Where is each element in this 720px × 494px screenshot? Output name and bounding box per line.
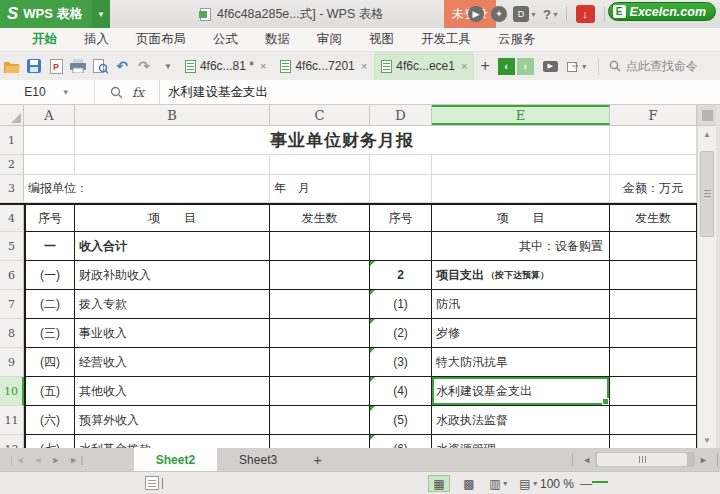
report-title-cell[interactable]: 事业单位财务月报 (75, 126, 610, 155)
column-header-C[interactable]: C (270, 105, 370, 125)
first-sheet-icon[interactable]: ❘◄ (8, 455, 24, 465)
open-file-icon[interactable] (2, 55, 22, 77)
cell-E5[interactable]: 其中：设备购置 (432, 232, 610, 261)
presentation-icon[interactable]: ▶ (543, 61, 558, 72)
horizontal-scrollbar-track[interactable] (595, 452, 695, 467)
cell-F6[interactable] (610, 261, 697, 290)
column-header-E[interactable]: E (432, 105, 610, 125)
menu-item-视图[interactable]: 视图 (369, 31, 394, 48)
menu-item-页面布局[interactable]: 页面布局 (136, 31, 186, 48)
table-header-cell[interactable]: 项 目 (75, 205, 270, 232)
cell-A5[interactable]: 一 (24, 232, 75, 261)
cell-E9[interactable]: 特大防汛抗旱 (432, 348, 610, 377)
download-icon[interactable]: ↓ (572, 0, 598, 28)
column-header-F[interactable]: F (610, 105, 697, 125)
skin-icon[interactable]: ▶ (466, 0, 486, 28)
cell-E12[interactable]: 水资源管理 (432, 435, 610, 448)
horizontal-scrollbar-thumb[interactable] (597, 453, 687, 466)
next-sheet-icon[interactable]: ► (51, 455, 60, 465)
formula-input[interactable]: 水利建设基金支出 (160, 80, 720, 104)
add-sheet-button[interactable]: + (299, 451, 336, 468)
cell-D5[interactable] (370, 232, 432, 261)
last-sheet-icon[interactable]: ►❘ (69, 455, 85, 465)
close-tab-icon[interactable]: × (361, 60, 367, 72)
cell-A6[interactable]: (一) (24, 261, 75, 290)
document-tab[interactable]: 4f6c...ece1× (374, 52, 474, 80)
cell-A1[interactable] (24, 126, 75, 155)
wps-logo[interactable]: S WPS 表格 (0, 0, 92, 28)
row-header-12[interactable]: 12 (0, 435, 24, 448)
cell-D2[interactable] (370, 155, 432, 175)
menu-item-开发工具[interactable]: 开发工具 (421, 31, 471, 48)
column-header-B[interactable]: B (75, 105, 270, 125)
menu-item-插入[interactable]: 插入 (84, 31, 109, 48)
row-header-9[interactable]: 9 (0, 348, 24, 377)
cell-C5[interactable] (270, 232, 370, 261)
page-break-view-icon[interactable]: ▩ (458, 475, 480, 492)
cell-D6[interactable]: 2 (370, 261, 432, 290)
cell-F9[interactable] (610, 348, 697, 377)
cell-E7[interactable]: 防汛 (432, 290, 610, 319)
amount-unit-cell[interactable]: 金额：万元 (610, 175, 697, 203)
row-header-6[interactable]: 6 (0, 261, 24, 290)
cell-D12[interactable]: (6) (370, 435, 432, 448)
menu-item-公式[interactable]: 公式 (213, 31, 238, 48)
cell-C2[interactable] (270, 155, 370, 175)
print-preview-icon[interactable] (90, 55, 110, 77)
scroll-down-icon[interactable]: ▼ (698, 432, 716, 448)
cell-F12[interactable] (610, 435, 697, 448)
wps-menu-dropdown[interactable]: ▼ (92, 0, 110, 28)
table-header-cell[interactable]: 项 目 (432, 205, 610, 232)
cell-B5[interactable]: 收入合计 (75, 232, 270, 261)
close-tab-icon[interactable]: × (260, 60, 266, 72)
cell-D7[interactable]: (1) (370, 290, 432, 319)
export-pdf-icon[interactable]: P (46, 55, 66, 77)
name-box-dropdown-icon[interactable]: ▼ (62, 88, 70, 97)
scroll-right-icon[interactable]: ► (695, 455, 712, 465)
magnifier-icon[interactable] (110, 86, 123, 99)
redo-icon[interactable]: ↷ (134, 55, 154, 77)
close-tab-icon[interactable]: × (461, 60, 467, 72)
signature-icon[interactable]: D▼ (512, 0, 538, 28)
prev-sheet-icon[interactable]: ◄ (33, 455, 42, 465)
reading-mode-icon[interactable]: ▤▼ (518, 475, 540, 492)
menu-item-云服务[interactable]: 云服务 (498, 31, 536, 48)
select-all-corner[interactable] (0, 105, 24, 125)
cell-E10[interactable]: 水利建设基金支出 (432, 377, 610, 406)
cell-B6[interactable]: 财政补助收入 (75, 261, 270, 290)
cell-A8[interactable]: (三) (24, 319, 75, 348)
name-box[interactable]: E10 ▼ (0, 80, 95, 104)
cell-A12[interactable]: (七) (24, 435, 75, 448)
vertical-scrollbar[interactable]: ▲ ▼ (697, 105, 716, 448)
cell-E8[interactable]: 岁修 (432, 319, 610, 348)
cell-E3[interactable] (432, 175, 610, 203)
document-tab[interactable]: 4f6c...7201× (273, 52, 374, 80)
scroll-left-icon[interactable]: ◄ (578, 455, 595, 465)
new-document-tab-button[interactable]: + (474, 57, 495, 75)
row-header-5[interactable]: 5 (0, 232, 24, 261)
sheet-tab-Sheet2[interactable]: Sheet2 (134, 448, 217, 471)
prev-tab-button[interactable]: ‹ (498, 58, 515, 75)
cell-C7[interactable] (270, 290, 370, 319)
cell-B7[interactable]: 拨入专款 (75, 290, 270, 319)
cell-E11[interactable]: 水政执法监督 (432, 406, 610, 435)
cell-B11[interactable]: 预算外收入 (75, 406, 270, 435)
sheet-tab-Sheet3[interactable]: Sheet3 (217, 448, 299, 471)
menu-item-开始[interactable]: 开始 (32, 31, 57, 48)
reporting-unit-cell[interactable]: 编报单位： (24, 175, 270, 203)
cell-B8[interactable]: 事业收入 (75, 319, 270, 348)
row-header-3[interactable]: 3 (0, 175, 24, 203)
table-header-cell[interactable]: 发生数 (610, 205, 697, 232)
menu-item-审阅[interactable]: 审阅 (317, 31, 342, 48)
cell-C8[interactable] (270, 319, 370, 348)
help-icon[interactable]: ?▼ (538, 0, 564, 28)
row-header-10[interactable]: 10 (0, 377, 24, 406)
cell-B12[interactable]: 水利基金拨款 (75, 435, 270, 448)
column-header-D[interactable]: D (370, 105, 432, 125)
vertical-scrollbar-thumb[interactable] (700, 151, 714, 237)
cell-F11[interactable] (610, 406, 697, 435)
cell-F7[interactable] (610, 290, 697, 319)
row-header-7[interactable]: 7 (0, 290, 24, 319)
cell-F2[interactable] (610, 155, 697, 175)
undo-icon[interactable]: ↶ (112, 55, 132, 77)
